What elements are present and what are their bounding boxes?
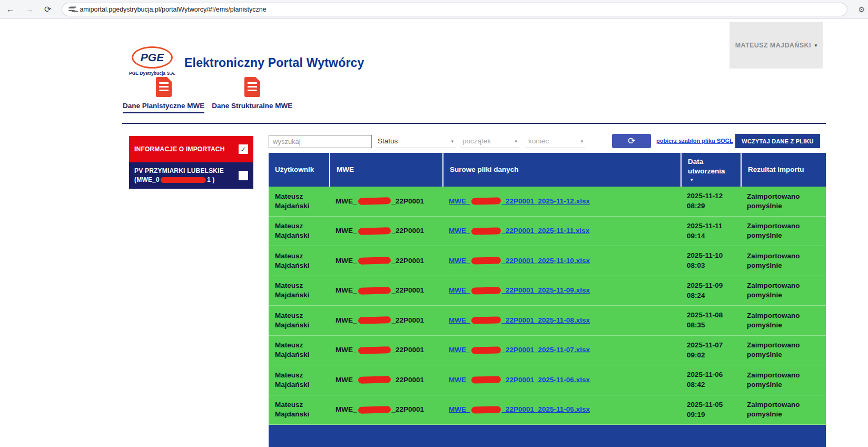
date-end-placeholder: koniec [528,137,549,145]
row-date: 2025-11-05 09:19 [680,395,741,425]
page-title: Elektroniczny Portal Wytwórcy [184,56,364,70]
table-row: Mateusz Majdański MWE__22P0001 MWE__22P0… [269,365,826,395]
table-body: Mateusz Majdański MWE__22P0001 MWE__22P0… [269,187,826,425]
download-template-link[interactable]: pobierz szablon pliku SOGL [656,138,733,144]
back-icon[interactable]: ← [6,5,15,14]
sidebar-item-label: INFORMACJE O IMPORTACH [134,145,234,154]
redaction-scribble [358,257,390,265]
table-row: Mateusz Majdański MWE__22P0001 MWE__22P0… [269,306,826,336]
redaction-scribble [471,406,500,413]
row-mwe: MWE__22P0001 [329,246,442,276]
row-result: Zaimportowano pomyślnie [741,246,826,276]
file-link[interactable]: MWE__22P0001_2025-11-11.xlsx [449,226,589,236]
user-menu[interactable]: MATEUSZ MAJDAŃSKI ▾ [729,22,823,69]
redaction-scribble [358,287,390,295]
sidebar-item-informacje-o-importach[interactable]: INFORMACJE O IMPORTACH ✓ [129,136,253,162]
redaction-scribble [358,346,390,354]
browser-menu-icon[interactable]: ⚙ [858,5,865,14]
redaction-scribble [471,257,500,265]
redaction-scribble [471,287,500,294]
redaction-scribble [471,227,500,235]
row-user: Mateusz Majdański [269,306,329,335]
row-user: Mateusz Majdański [269,395,329,425]
table-row: Mateusz Majdański MWE__22P0001 MWE__22P0… [269,336,826,366]
chevron-down-icon: ▾ [815,43,817,48]
reload-icon[interactable]: ⟳ [44,5,51,14]
file-link[interactable]: MWE__22P0001_2025-11-10.xlsx [449,256,590,266]
mwe-id-suffix: _22P0001 [392,256,425,266]
row-mwe: MWE__22P0001 [329,217,442,246]
row-date: 2025-11-09 08:24 [680,276,741,306]
search-input[interactable] [269,135,372,148]
address-bar[interactable]: amiportal.pgedystrybucja.pl/portalWytwor… [62,3,847,16]
row-user: Mateusz Majdański [269,187,329,216]
mwe-id-suffix: _22P0001 [392,316,425,325]
mwe-id-prefix: MWE_ [336,375,357,385]
file-link[interactable]: MWE__22P0001_2025-11-06.xlsx [449,375,590,385]
row-result: Zaimportowano pomyślnie [741,306,826,335]
table-row: Mateusz Majdański MWE__22P0001 MWE__22P0… [269,246,826,276]
checkbox-checked[interactable]: ✓ [239,144,248,154]
column-header-rezultat: Rezultat importu [741,153,826,187]
column-header-data-utworzenia[interactable]: Data utworzenia▾ [680,153,741,187]
mwe-id-suffix: _22P0001 [392,226,425,236]
row-file: MWE__22P0001_2025-11-10.xlsx [442,246,680,276]
row-mwe: MWE__22P0001 [329,187,442,216]
table-header: Użytkownik MWE Surowe pliki danych Data … [269,153,826,187]
tab-dane-strukturalne[interactable]: Dane Strukturalne MWE [212,77,292,113]
file-link[interactable]: MWE__22P0001_2025-11-12.xlsx [449,197,590,206]
checkbox-unchecked[interactable] [239,171,248,180]
upload-file-button[interactable]: WCZYTAJ DANE Z PLIKU [735,134,820,148]
date-end-select[interactable]: koniec ▾ [526,134,585,148]
column-header-uzytkownik: Użytkownik [269,153,329,187]
site-info-icon[interactable] [68,6,75,12]
mwe-id-prefix: MWE_ [336,197,357,206]
file-link[interactable]: MWE__22P0001_2025-11-08.xlsx [449,316,590,325]
row-result: Zaimportowano pomyślnie [741,217,826,246]
redaction-scribble [358,376,390,384]
row-date: 2025-11-07 09:02 [680,336,741,365]
redaction-scribble [358,406,390,414]
imports-table: Użytkownik MWE Surowe pliki danych Data … [269,153,826,447]
chevron-down-icon: ▾ [451,139,453,144]
file-link[interactable]: MWE__22P0001_2025-11-09.xlsx [449,286,590,295]
mwe-id-prefix: MWE_ [336,316,357,325]
tab-label: Dane Strukturalne MWE [212,102,292,112]
mwe-id-suffix: _22P0001 [392,345,425,355]
sidebar-item-label: PV PRZYMIARKI LUBELSKIE (MWE_01 ) [134,167,234,184]
row-date: 2025-11-10 08:03 [680,246,741,276]
check-icon: ✓ [241,145,246,153]
mwe-id-suffix: _22P0001 [392,405,425,414]
date-start-select[interactable]: początek ▾ [460,134,519,148]
redaction-scribble [358,316,390,324]
row-mwe: MWE__22P0001 [329,336,442,365]
sort-down-icon: ▾ [691,177,693,183]
document-icon [244,77,260,97]
mwe-id-prefix: MWE_ [336,345,357,355]
user-name: MATEUSZ MAJDAŃSKI [735,42,811,49]
row-file: MWE__22P0001_2025-11-06.xlsx [442,365,680,395]
file-link[interactable]: MWE__22P0001_2025-11-05.xlsx [449,405,590,414]
chevron-down-icon: ▾ [580,139,583,144]
row-result: Zaimportowano pomyślnie [741,395,826,425]
mwe-id-suffix: _22P0001 [392,286,425,295]
mwe-id-prefix: MWE_ [336,256,357,266]
file-link[interactable]: MWE__22P0001_2025-11-07.xlsx [449,345,590,355]
row-mwe: MWE__22P0001 [329,395,442,425]
row-file: MWE__22P0001_2025-11-09.xlsx [442,276,680,306]
row-file: MWE__22P0001_2025-11-07.xlsx [442,336,680,365]
sidebar-item-pv-przymiarki-lubelskie[interactable]: PV PRZYMIARKI LUBELSKIE (MWE_01 ) [129,162,253,189]
column-header-surowe-pliki: Surowe pliki danych [442,153,680,187]
chevron-down-icon: ▾ [515,139,517,144]
forward-icon[interactable]: → [25,5,34,14]
status-select[interactable]: Status ▾ [376,134,456,148]
mwe-id-prefix: MWE_ [336,405,357,414]
row-file: MWE__22P0001_2025-11-05.xlsx [442,395,680,425]
row-mwe: MWE__22P0001 [329,276,442,306]
redaction-scribble [471,198,500,205]
table-row: Mateusz Majdański MWE__22P0001 MWE__22P0… [269,187,826,217]
refresh-button[interactable]: ⟳ [612,134,651,148]
portal-page: PGE PGE Dystrybucja S.A. Elektroniczny P… [0,19,868,447]
tab-dane-planistyczne[interactable]: Dane Planistyczne MWE [123,77,204,113]
row-mwe: MWE__22P0001 [329,306,442,335]
